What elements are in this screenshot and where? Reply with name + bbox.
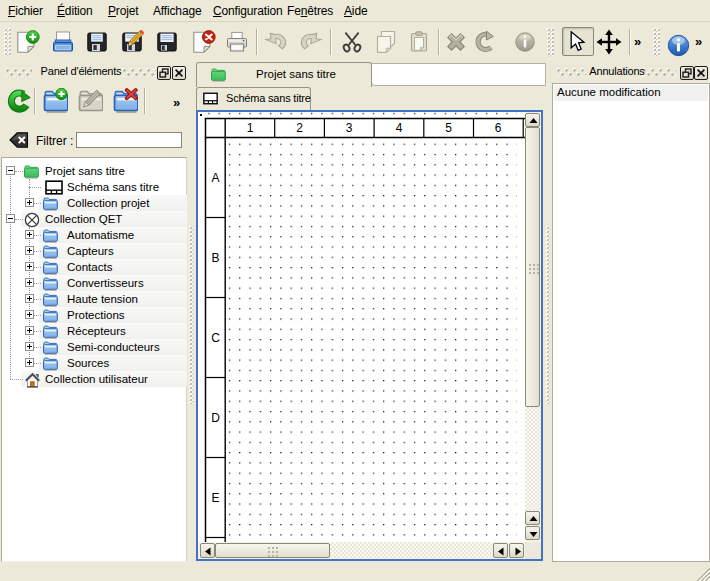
svg-text:D: D xyxy=(211,411,220,425)
svg-text:2: 2 xyxy=(296,121,303,135)
svg-text:E: E xyxy=(211,491,219,505)
svg-text:4: 4 xyxy=(396,121,403,135)
svg-text:5: 5 xyxy=(445,121,452,135)
svg-text:6: 6 xyxy=(495,121,502,135)
svg-text:B: B xyxy=(211,251,219,265)
svg-text:A: A xyxy=(211,171,219,185)
svg-text:C: C xyxy=(211,331,220,345)
svg-text:3: 3 xyxy=(346,121,353,135)
svg-text:1: 1 xyxy=(247,121,254,135)
